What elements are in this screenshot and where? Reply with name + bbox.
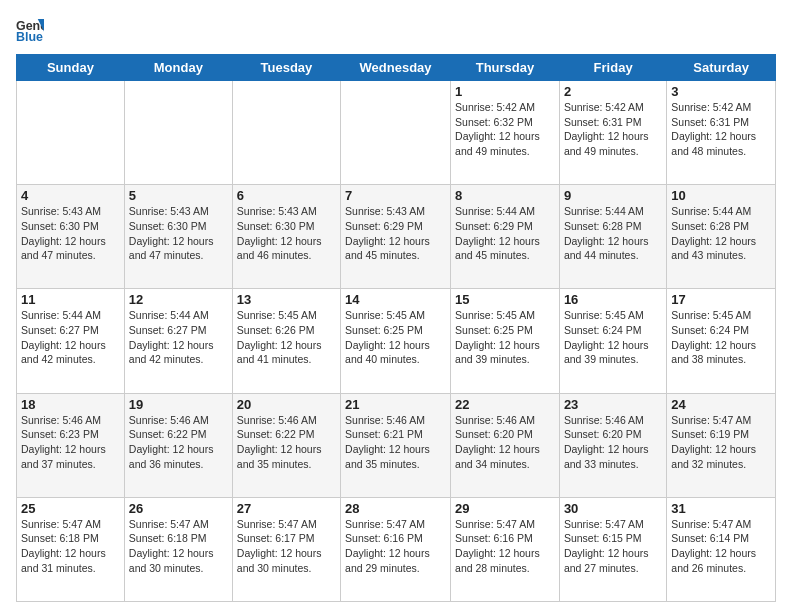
calendar-header-monday: Monday: [124, 55, 232, 81]
day-info: Sunrise: 5:47 AM Sunset: 6:18 PM Dayligh…: [21, 517, 120, 576]
day-number: 26: [129, 501, 228, 516]
day-info: Sunrise: 5:45 AM Sunset: 6:25 PM Dayligh…: [345, 308, 446, 367]
calendar-cell: 29Sunrise: 5:47 AM Sunset: 6:16 PM Dayli…: [451, 497, 560, 601]
day-number: 7: [345, 188, 446, 203]
header: General Blue: [16, 16, 776, 44]
calendar-cell: 18Sunrise: 5:46 AM Sunset: 6:23 PM Dayli…: [17, 393, 125, 497]
calendar-cell: 30Sunrise: 5:47 AM Sunset: 6:15 PM Dayli…: [559, 497, 666, 601]
day-info: Sunrise: 5:47 AM Sunset: 6:14 PM Dayligh…: [671, 517, 771, 576]
day-number: 18: [21, 397, 120, 412]
day-number: 14: [345, 292, 446, 307]
day-info: Sunrise: 5:46 AM Sunset: 6:21 PM Dayligh…: [345, 413, 446, 472]
day-info: Sunrise: 5:42 AM Sunset: 6:31 PM Dayligh…: [671, 100, 771, 159]
day-number: 29: [455, 501, 555, 516]
day-info: Sunrise: 5:44 AM Sunset: 6:28 PM Dayligh…: [564, 204, 662, 263]
logo: General Blue: [16, 16, 48, 44]
day-number: 13: [237, 292, 336, 307]
day-info: Sunrise: 5:45 AM Sunset: 6:25 PM Dayligh…: [455, 308, 555, 367]
calendar-cell: 21Sunrise: 5:46 AM Sunset: 6:21 PM Dayli…: [341, 393, 451, 497]
calendar-cell: 31Sunrise: 5:47 AM Sunset: 6:14 PM Dayli…: [667, 497, 776, 601]
calendar-cell: 12Sunrise: 5:44 AM Sunset: 6:27 PM Dayli…: [124, 289, 232, 393]
day-info: Sunrise: 5:47 AM Sunset: 6:17 PM Dayligh…: [237, 517, 336, 576]
calendar-cell: [17, 81, 125, 185]
calendar-cell: 26Sunrise: 5:47 AM Sunset: 6:18 PM Dayli…: [124, 497, 232, 601]
calendar-cell: 20Sunrise: 5:46 AM Sunset: 6:22 PM Dayli…: [232, 393, 340, 497]
calendar-week-3: 11Sunrise: 5:44 AM Sunset: 6:27 PM Dayli…: [17, 289, 776, 393]
calendar-header-friday: Friday: [559, 55, 666, 81]
day-number: 15: [455, 292, 555, 307]
day-number: 21: [345, 397, 446, 412]
calendar-header-thursday: Thursday: [451, 55, 560, 81]
calendar-cell: 3Sunrise: 5:42 AM Sunset: 6:31 PM Daylig…: [667, 81, 776, 185]
day-number: 6: [237, 188, 336, 203]
svg-text:Blue: Blue: [16, 30, 43, 44]
day-info: Sunrise: 5:47 AM Sunset: 6:19 PM Dayligh…: [671, 413, 771, 472]
calendar-cell: 5Sunrise: 5:43 AM Sunset: 6:30 PM Daylig…: [124, 185, 232, 289]
day-info: Sunrise: 5:46 AM Sunset: 6:20 PM Dayligh…: [455, 413, 555, 472]
day-number: 25: [21, 501, 120, 516]
calendar-header-tuesday: Tuesday: [232, 55, 340, 81]
day-number: 28: [345, 501, 446, 516]
calendar-cell: 4Sunrise: 5:43 AM Sunset: 6:30 PM Daylig…: [17, 185, 125, 289]
day-info: Sunrise: 5:44 AM Sunset: 6:29 PM Dayligh…: [455, 204, 555, 263]
calendar-week-5: 25Sunrise: 5:47 AM Sunset: 6:18 PM Dayli…: [17, 497, 776, 601]
calendar-cell: 13Sunrise: 5:45 AM Sunset: 6:26 PM Dayli…: [232, 289, 340, 393]
calendar-cell: [124, 81, 232, 185]
day-number: 22: [455, 397, 555, 412]
calendar-header-saturday: Saturday: [667, 55, 776, 81]
day-info: Sunrise: 5:44 AM Sunset: 6:28 PM Dayligh…: [671, 204, 771, 263]
calendar-week-2: 4Sunrise: 5:43 AM Sunset: 6:30 PM Daylig…: [17, 185, 776, 289]
calendar-cell: 11Sunrise: 5:44 AM Sunset: 6:27 PM Dayli…: [17, 289, 125, 393]
calendar-cell: 19Sunrise: 5:46 AM Sunset: 6:22 PM Dayli…: [124, 393, 232, 497]
day-number: 31: [671, 501, 771, 516]
day-number: 19: [129, 397, 228, 412]
day-info: Sunrise: 5:43 AM Sunset: 6:30 PM Dayligh…: [237, 204, 336, 263]
day-info: Sunrise: 5:47 AM Sunset: 6:15 PM Dayligh…: [564, 517, 662, 576]
day-info: Sunrise: 5:46 AM Sunset: 6:20 PM Dayligh…: [564, 413, 662, 472]
day-number: 20: [237, 397, 336, 412]
calendar-cell: 15Sunrise: 5:45 AM Sunset: 6:25 PM Dayli…: [451, 289, 560, 393]
day-number: 8: [455, 188, 555, 203]
day-number: 3: [671, 84, 771, 99]
day-number: 4: [21, 188, 120, 203]
calendar-week-1: 1Sunrise: 5:42 AM Sunset: 6:32 PM Daylig…: [17, 81, 776, 185]
calendar-header-sunday: Sunday: [17, 55, 125, 81]
calendar-cell: 28Sunrise: 5:47 AM Sunset: 6:16 PM Dayli…: [341, 497, 451, 601]
calendar-cell: [232, 81, 340, 185]
day-number: 1: [455, 84, 555, 99]
day-info: Sunrise: 5:44 AM Sunset: 6:27 PM Dayligh…: [21, 308, 120, 367]
calendar-cell: 25Sunrise: 5:47 AM Sunset: 6:18 PM Dayli…: [17, 497, 125, 601]
day-info: Sunrise: 5:42 AM Sunset: 6:31 PM Dayligh…: [564, 100, 662, 159]
calendar-cell: 2Sunrise: 5:42 AM Sunset: 6:31 PM Daylig…: [559, 81, 666, 185]
page: General Blue SundayMondayTuesdayWednesda…: [0, 0, 792, 612]
day-number: 30: [564, 501, 662, 516]
day-number: 5: [129, 188, 228, 203]
calendar-cell: 8Sunrise: 5:44 AM Sunset: 6:29 PM Daylig…: [451, 185, 560, 289]
day-info: Sunrise: 5:43 AM Sunset: 6:30 PM Dayligh…: [21, 204, 120, 263]
day-info: Sunrise: 5:47 AM Sunset: 6:18 PM Dayligh…: [129, 517, 228, 576]
calendar-cell: 16Sunrise: 5:45 AM Sunset: 6:24 PM Dayli…: [559, 289, 666, 393]
generalblue-logo-icon: General Blue: [16, 16, 44, 44]
calendar-table: SundayMondayTuesdayWednesdayThursdayFrid…: [16, 54, 776, 602]
calendar-cell: 7Sunrise: 5:43 AM Sunset: 6:29 PM Daylig…: [341, 185, 451, 289]
day-info: Sunrise: 5:46 AM Sunset: 6:22 PM Dayligh…: [129, 413, 228, 472]
calendar-cell: 24Sunrise: 5:47 AM Sunset: 6:19 PM Dayli…: [667, 393, 776, 497]
day-info: Sunrise: 5:42 AM Sunset: 6:32 PM Dayligh…: [455, 100, 555, 159]
calendar-header-wednesday: Wednesday: [341, 55, 451, 81]
day-number: 12: [129, 292, 228, 307]
day-number: 23: [564, 397, 662, 412]
calendar-cell: 14Sunrise: 5:45 AM Sunset: 6:25 PM Dayli…: [341, 289, 451, 393]
calendar-cell: 10Sunrise: 5:44 AM Sunset: 6:28 PM Dayli…: [667, 185, 776, 289]
calendar-header-row: SundayMondayTuesdayWednesdayThursdayFrid…: [17, 55, 776, 81]
day-info: Sunrise: 5:45 AM Sunset: 6:26 PM Dayligh…: [237, 308, 336, 367]
day-info: Sunrise: 5:46 AM Sunset: 6:22 PM Dayligh…: [237, 413, 336, 472]
day-info: Sunrise: 5:43 AM Sunset: 6:29 PM Dayligh…: [345, 204, 446, 263]
day-number: 11: [21, 292, 120, 307]
calendar-cell: 1Sunrise: 5:42 AM Sunset: 6:32 PM Daylig…: [451, 81, 560, 185]
day-number: 10: [671, 188, 771, 203]
day-info: Sunrise: 5:46 AM Sunset: 6:23 PM Dayligh…: [21, 413, 120, 472]
day-number: 27: [237, 501, 336, 516]
day-info: Sunrise: 5:43 AM Sunset: 6:30 PM Dayligh…: [129, 204, 228, 263]
calendar-cell: 23Sunrise: 5:46 AM Sunset: 6:20 PM Dayli…: [559, 393, 666, 497]
day-info: Sunrise: 5:45 AM Sunset: 6:24 PM Dayligh…: [564, 308, 662, 367]
